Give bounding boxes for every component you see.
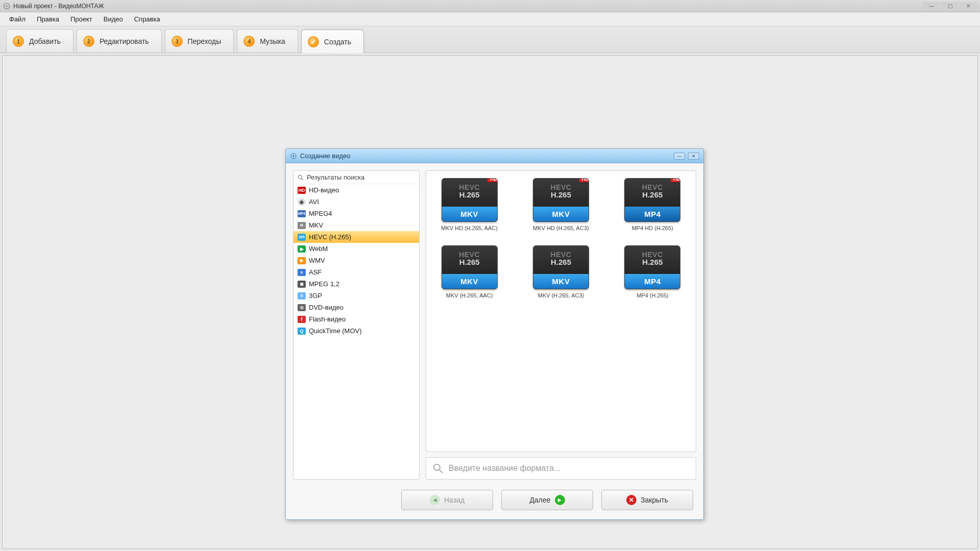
format-thumb: HEVCH.265MKVHD — [533, 178, 589, 222]
codec-label: HEVCH.265 — [533, 251, 589, 266]
hd-badge-icon: HD — [487, 178, 497, 182]
container-band: MKV — [442, 207, 497, 221]
sidebar-item-label: Flash-видео — [309, 315, 346, 323]
sidebar-item-asf[interactable]: aASF — [293, 266, 419, 278]
tab-add-label: Добавить — [29, 37, 61, 45]
3gp-icon: 3 — [298, 292, 306, 299]
step-number-icon: 2 — [83, 36, 94, 47]
sidebar-item-avi[interactable]: ◉AVI — [293, 196, 419, 208]
step-number-icon: 3 — [172, 36, 183, 47]
close-dialog-button[interactable]: ✕ Закрыть — [601, 490, 693, 510]
dialog-minimize-button[interactable]: — — [674, 153, 685, 160]
dialog-footer: ◄ Назад Далее ► ✕ Закрыть — [286, 487, 703, 519]
sidebar-item-label: WebM — [309, 245, 328, 253]
svg-point-6 — [434, 464, 440, 470]
sidebar-item-label: HEVC (H.265) — [309, 233, 351, 241]
tab-transitions[interactable]: 3 Переходы — [165, 29, 234, 53]
sidebar-item-wmv[interactable]: ▶WMV — [293, 255, 419, 266]
sidebar-item-label: DVD-видео — [309, 304, 344, 311]
container-band: MKV — [442, 274, 497, 289]
svg-line-5 — [302, 179, 303, 180]
format-preset-label: MP4 HD (H.265) — [632, 225, 673, 231]
container-band: MKV — [533, 274, 589, 289]
menu-video[interactable]: Видео — [99, 13, 128, 25]
back-button[interactable]: ◄ Назад — [401, 490, 493, 510]
sidebar-search-results[interactable]: Результаты поиска — [293, 171, 419, 184]
sidebar-item-dvd[interactable]: ◎DVD-видео — [293, 302, 419, 313]
format-preset-item[interactable]: HEVCH.265MP4HDMP4 HD (H.265) — [617, 178, 688, 231]
menu-file[interactable]: Файл — [4, 13, 31, 25]
format-preset-label: MKV HD (H.265, AC3) — [533, 225, 589, 231]
menu-edit[interactable]: Правка — [32, 13, 64, 25]
sidebar-item-webm[interactable]: ▶WebM — [293, 243, 419, 255]
app-icon — [3, 3, 10, 10]
sidebar-item-mpeg12[interactable]: ▦MPEG 1,2 — [293, 278, 419, 290]
tab-music[interactable]: 4 Музыка — [237, 29, 298, 53]
format-search-input[interactable] — [449, 464, 690, 473]
dialog-close-button[interactable]: ✕ — [688, 153, 699, 160]
hd-badge-icon: HD — [671, 178, 680, 182]
hevc-icon: 265 — [298, 234, 306, 241]
dialog-titlebar: Создание видео — ✕ — [286, 149, 703, 163]
sidebar-item-label: WMV — [309, 257, 325, 264]
sidebar-item-label: MKV — [309, 221, 323, 229]
format-thumb: HEVCH.265MKV — [442, 245, 498, 289]
sidebar-item-hevc[interactable]: 265HEVC (H.265) — [293, 231, 419, 243]
tab-transitions-label: Переходы — [188, 37, 222, 45]
format-preset-item[interactable]: HEVCH.265MKVMKV (H.265, AAC) — [434, 245, 505, 298]
workspace-canvas: Создание видео — ✕ Результаты поиска — [2, 55, 978, 549]
tab-edit-label: Редактировать — [100, 37, 149, 45]
close-icon: ✕ — [626, 495, 636, 505]
flash-icon: f — [298, 316, 306, 323]
menu-project[interactable]: Проект — [65, 13, 97, 25]
sidebar-item-label: HD-видео — [309, 186, 339, 194]
search-icon — [298, 174, 304, 181]
tab-create-label: Создать — [324, 38, 351, 46]
format-preset-label: MP4 (H.265) — [636, 292, 668, 298]
back-button-label: Назад — [444, 496, 464, 504]
format-category-sidebar: Результаты поиска HDHD-видео ◉AVI MP4MPE… — [293, 170, 420, 480]
sidebar-item-label: MPEG4 — [309, 210, 332, 217]
sidebar-item-mkv[interactable]: MMKV — [293, 219, 419, 231]
format-thumb: HEVCH.265MP4 — [624, 245, 680, 289]
format-preset-item[interactable]: HEVCH.265MP4MP4 (H.265) — [617, 245, 688, 298]
format-preset-item[interactable]: HEVCH.265MKVMKV (H.265, AC3) — [525, 245, 597, 298]
sidebar-item-label: ASF — [309, 268, 322, 276]
codec-label: HEVCH.265 — [442, 251, 497, 266]
webm-icon: ▶ — [298, 245, 306, 253]
sidebar-item-3gp[interactable]: 33GP — [293, 290, 419, 302]
sidebar-item-flash[interactable]: fFlash-видео — [293, 313, 419, 325]
hd-icon: HD — [298, 187, 306, 194]
menu-help[interactable]: Справка — [129, 13, 165, 25]
codec-label: HEVCH.265 — [625, 251, 680, 266]
next-button[interactable]: Далее ► — [501, 490, 593, 510]
arrow-right-icon: ► — [555, 495, 565, 505]
avi-icon: ◉ — [298, 198, 306, 206]
step-number-icon: 1 — [13, 36, 24, 47]
format-preset-item[interactable]: HEVCH.265MKVHDMKV HD (H.265, AC3) — [525, 178, 597, 231]
minimize-button[interactable]: — — [923, 2, 940, 10]
sidebar-item-hd[interactable]: HDHD-видео — [293, 184, 419, 196]
svg-line-7 — [439, 470, 443, 473]
sidebar-item-label: AVI — [309, 198, 319, 206]
format-thumb: HEVCH.265MKV — [533, 245, 589, 289]
sidebar-item-quicktime[interactable]: QQuickTime (MOV) — [293, 325, 419, 337]
asf-icon: a — [298, 269, 306, 276]
sidebar-item-label: MPEG 1,2 — [309, 280, 339, 288]
codec-label: HEVCH.265 — [625, 184, 680, 198]
format-preset-label: MKV (H.265, AAC) — [446, 292, 493, 298]
tab-add[interactable]: 1 Добавить — [6, 29, 74, 53]
container-band: MKV — [533, 207, 589, 221]
format-preset-item[interactable]: HEVCH.265MKVHDMKV HD (H.265, AAC) — [434, 178, 505, 231]
codec-label: HEVCH.265 — [533, 184, 589, 198]
maximize-button[interactable]: ▢ — [941, 2, 959, 10]
sidebar-item-mpeg4[interactable]: MP4MPEG4 — [293, 208, 419, 219]
close-button[interactable]: ✕ — [960, 2, 977, 10]
tab-edit[interactable]: 2 Редактировать — [77, 29, 162, 53]
tab-music-label: Музыка — [260, 37, 285, 45]
svg-point-1 — [6, 5, 8, 7]
tab-create[interactable]: ✓ Создать — [301, 30, 364, 53]
step-tabbar: 1 Добавить 2 Редактировать 3 Переходы 4 … — [0, 27, 980, 53]
wmv-icon: ▶ — [298, 257, 306, 264]
menubar: Файл Правка Проект Видео Справка — [0, 12, 980, 27]
